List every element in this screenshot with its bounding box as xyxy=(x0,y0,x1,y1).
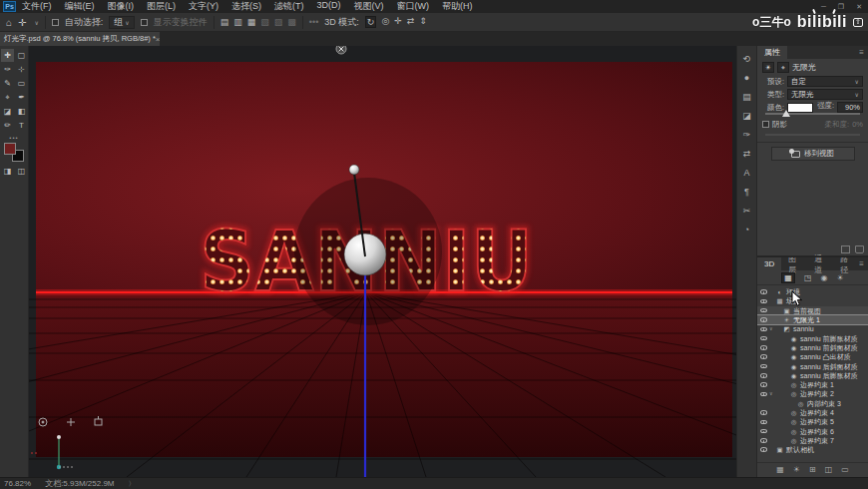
3d-item-sanniu[interactable]: ∨◩sanniu xyxy=(757,324,868,333)
new-view-icon[interactable]: ▦ xyxy=(776,465,784,474)
3d-item-sanniu 后膨胀材质[interactable]: ◉sanniu 后膨胀材质 xyxy=(757,371,868,380)
menu-item-图层(L)[interactable]: 图层(L) xyxy=(147,0,176,13)
libraries-panel-icon[interactable]: ▤ xyxy=(742,92,751,102)
shadow-checkbox[interactable] xyxy=(762,121,769,128)
light-direction-handle[interactable] xyxy=(349,165,359,175)
zoom-level[interactable]: 76.82% xyxy=(4,479,31,488)
visibility-eye-icon[interactable] xyxy=(760,327,767,332)
expander-icon[interactable]: ∨ xyxy=(769,324,775,333)
tab-路径[interactable]: 路径 xyxy=(833,257,859,270)
filter-meshes-icon[interactable]: ◳ xyxy=(804,273,812,282)
3d-item-边界约束 7[interactable]: ◎边界约束 7 xyxy=(757,436,868,445)
orbit-3d-camera-icon[interactable]: ↻ xyxy=(365,16,377,28)
light-type-select[interactable]: 无限光∨ xyxy=(787,89,863,100)
brush-tool-icon[interactable]: ✒ xyxy=(15,91,28,104)
eyedropper-tool-icon[interactable]: ✎ xyxy=(1,77,14,90)
marquee-tool-icon[interactable]: ▢ xyxy=(15,49,28,62)
home-icon[interactable]: ⌂ xyxy=(6,17,12,28)
new-light-icon[interactable]: ☀ xyxy=(793,465,800,474)
3d-item-无限光 1[interactable]: ☀无限光 1 xyxy=(757,315,868,324)
3d-item-sanniu 前膨胀材质[interactable]: ◉sanniu 前膨胀材质 xyxy=(757,333,868,342)
status-chevron-icon[interactable]: 〉 xyxy=(129,479,136,489)
more-options-icon[interactable]: ••• xyxy=(309,17,318,27)
timeline-panel-icon[interactable]: ◔ xyxy=(744,225,749,235)
light-properties-icon[interactable]: ☀ xyxy=(762,62,774,73)
props-delete-icon[interactable] xyxy=(855,245,864,253)
lasso-tool-icon[interactable]: ✑ xyxy=(1,63,14,76)
close-widget-icon[interactable] xyxy=(336,46,346,54)
document-tab[interactable]: 灯光字.psd @ 76.8% (sanniu 拷贝, RGB/8#) * × xyxy=(0,32,160,46)
visibility-eye-icon[interactable] xyxy=(760,373,767,378)
new-mesh-icon[interactable]: ⊞ xyxy=(809,465,816,474)
coordinates-icon[interactable]: ⌖ xyxy=(777,62,789,73)
3d-item-环境[interactable]: ◐环境 xyxy=(757,287,868,296)
roll-3d-camera-icon[interactable]: ◎ xyxy=(381,16,389,28)
color-panel-icon[interactable]: ● xyxy=(744,73,749,83)
close-button[interactable]: ✕ xyxy=(856,3,862,11)
filter-whole-scene-icon[interactable]: ▦ xyxy=(781,272,795,283)
3d-item-sanniu 前斜面材质[interactable]: ◉sanniu 前斜面材质 xyxy=(757,343,868,352)
3d-item-边界约束 4[interactable]: ◎边界约束 4 xyxy=(757,408,868,417)
visibility-eye-icon[interactable] xyxy=(760,438,767,443)
filter-lights-icon[interactable]: ☀ xyxy=(836,273,843,282)
visibility-eye-icon[interactable] xyxy=(760,382,767,387)
preset-select[interactable]: 自定∨ xyxy=(787,76,863,87)
3d-item-sanniu 后斜面材质[interactable]: ◉sanniu 后斜面材质 xyxy=(757,361,868,370)
tab-3D[interactable]: 3D xyxy=(757,257,781,270)
tab-通道[interactable]: 通道 xyxy=(807,257,833,270)
menu-item-文字(Y)[interactable]: 文字(Y) xyxy=(189,0,218,13)
screen-mode-tool-icon[interactable]: ◫ xyxy=(15,165,28,178)
add-material-icon[interactable]: ◫ xyxy=(825,465,833,474)
menu-item-滤镜(T)[interactable]: 滤镜(T) xyxy=(274,0,304,13)
menu-item-文件(F)[interactable]: 文件(F) xyxy=(22,0,52,13)
visibility-eye-icon[interactable] xyxy=(760,447,767,452)
3d-item-内部约束 3[interactable]: ◎内部约束 3 xyxy=(757,399,868,408)
tool-presets-panel-icon[interactable]: ✂ xyxy=(743,206,751,216)
panel-menu-icon[interactable]: ≡ xyxy=(859,46,868,59)
expander-icon[interactable]: ∨ xyxy=(769,389,775,398)
distribute-bottom-icon[interactable]: ▩ xyxy=(287,17,296,27)
auto-select-checkbox[interactable] xyxy=(52,19,59,26)
3d-item-默认相机[interactable]: ▣默认相机 xyxy=(757,445,868,454)
align-right-icon[interactable]: ▦ xyxy=(247,17,256,27)
pen-tool-icon[interactable]: ✏ xyxy=(1,119,14,132)
align-left-icon[interactable]: ▤ xyxy=(220,17,229,27)
panel-menu-icon[interactable]: ≡ xyxy=(859,257,868,270)
visibility-eye-icon[interactable] xyxy=(760,429,767,434)
distribute-top-icon[interactable]: ▧ xyxy=(260,17,269,27)
visibility-eye-icon[interactable] xyxy=(760,336,767,341)
auto-select-target-select[interactable]: 组∨ xyxy=(109,16,134,29)
clone-stamp-tool-icon[interactable]: ⌖ xyxy=(1,91,14,104)
move-tool-icon[interactable]: ✛ xyxy=(1,49,14,62)
canvas-3d-scene[interactable]: SANNIU SANNIU SANNIU xyxy=(29,46,736,477)
move-tool-preset-icon[interactable]: ✛ xyxy=(18,17,26,28)
menu-item-视图(V)[interactable]: 视图(V) xyxy=(354,0,384,13)
3d-item-sanniu 凸出材质[interactable]: ◉sanniu 凸出材质 xyxy=(757,352,868,361)
3d-item-边界约束 5[interactable]: ◎边界约束 5 xyxy=(757,417,868,426)
slide-3d-camera-icon[interactable]: ⇄ xyxy=(407,16,415,28)
tab-图层[interactable]: 图层 xyxy=(781,257,807,270)
gradient-tool-icon[interactable]: ◧ xyxy=(15,105,28,118)
filter-materials-icon[interactable]: ◉ xyxy=(820,273,827,282)
visibility-eye-icon[interactable] xyxy=(760,308,767,313)
visibility-eye-icon[interactable] xyxy=(760,345,767,350)
adjustments-panel-icon[interactable]: ◪ xyxy=(742,111,751,121)
paragraph-panel-icon[interactable]: ¶ xyxy=(744,187,749,197)
visibility-eye-icon[interactable] xyxy=(760,317,767,322)
quick-select-tool-icon[interactable]: ⊹ xyxy=(15,63,28,76)
visibility-eye-icon[interactable] xyxy=(760,299,767,304)
more-tools-icon[interactable]: ••• xyxy=(0,135,28,141)
clone-source-panel-icon[interactable]: ⇄ xyxy=(743,149,751,159)
intensity-slider[interactable] xyxy=(765,110,860,118)
eraser-tool-icon[interactable]: ◪ xyxy=(1,105,14,118)
restore-button[interactable]: ❐ xyxy=(838,3,844,11)
minimize-button[interactable]: ─ xyxy=(821,3,826,11)
brush-settings-panel-icon[interactable]: ✑ xyxy=(743,130,751,140)
close-tab-icon[interactable]: × xyxy=(156,35,160,44)
tab-properties[interactable]: 属性 xyxy=(757,46,787,59)
distribute-middle-icon[interactable]: ▨ xyxy=(274,17,283,27)
show-transform-checkbox[interactable] xyxy=(141,19,148,26)
history-panel-icon[interactable]: ⟲ xyxy=(743,54,751,64)
menu-item-选择(S)[interactable]: 选择(S) xyxy=(231,0,261,13)
crop-tool-icon[interactable]: ▭ xyxy=(15,77,28,90)
